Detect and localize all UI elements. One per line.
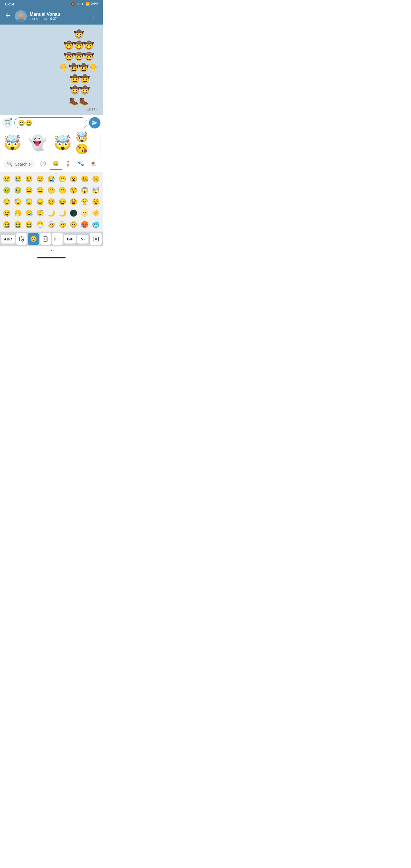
emoji-button[interactable] [2, 118, 12, 128]
text-cursor [33, 120, 33, 126]
abc-button[interactable]: ABC [1, 235, 15, 244]
emoji-disappointed[interactable]: 😞 [35, 196, 45, 208]
status-time: 16:14 [5, 2, 14, 6]
text-input[interactable]: 🤮🤮 [14, 117, 87, 128]
emoji-sweat[interactable]: 😓 [12, 196, 23, 208]
avatar [15, 10, 27, 22]
emoji-injured2[interactable]: 🤕 [57, 219, 68, 230]
emoji-worried[interactable]: 😟 [68, 219, 79, 230]
input-emoji-content: 🤮🤮 [18, 119, 32, 126]
emoji-new-moon[interactable]: 🌑 [68, 208, 79, 219]
svg-rect-3 [19, 17, 23, 19]
search-input[interactable] [15, 162, 31, 166]
svg-rect-9 [43, 237, 48, 242]
emoji-shush[interactable]: 🤫 [91, 173, 101, 185]
smiley-text-button[interactable]: :-) [77, 235, 89, 244]
swipe-indicator [0, 255, 103, 260]
contact-info: Manuel Vonau last seen at 16:07 [30, 12, 86, 21]
emoji-no-mouth[interactable]: 😶 [46, 185, 57, 196]
emoji-no-mouth2[interactable]: 😶 [57, 185, 68, 196]
svg-point-5 [6, 122, 7, 123]
emoji-vomit3[interactable]: 🤮 [23, 219, 34, 230]
search-input-wrap[interactable]: 🔍 [3, 160, 35, 168]
emoji-hot[interactable]: 🥵 [80, 219, 90, 230]
tab-people[interactable]: 🚶 [62, 158, 74, 170]
sticker-button[interactable] [40, 233, 51, 245]
emoji-nausea2[interactable]: 🤢 [12, 185, 23, 196]
contact-status: last seen at 16:07 [30, 17, 86, 21]
emoji-open-mouth[interactable]: 😮 [68, 173, 79, 185]
emoji-nausea1[interactable]: 🤢 [1, 185, 12, 196]
wifi-icon: ▲ [81, 2, 84, 6]
tab-smileys[interactable]: 😊 [50, 158, 62, 170]
emoji-confounded[interactable]: 😖 [57, 196, 68, 208]
emoji-injured[interactable]: 🤕 [46, 219, 57, 230]
emoji-drool[interactable]: 🤤 [1, 208, 12, 219]
search-icon: 🔍 [7, 161, 12, 167]
emoji-sleepy2[interactable]: 😴 [35, 208, 45, 219]
gif-sticker-button[interactable] [52, 233, 63, 245]
suggestion-item-1[interactable]: 🤯 [0, 132, 25, 154]
swipe-bar [37, 257, 66, 258]
emoji-tired[interactable]: 😫 [68, 196, 79, 208]
svg-point-11 [46, 238, 47, 239]
chat-header: Manuel Vonau last seen at 16:07 ⋮ [0, 8, 103, 25]
minus-circle-icon: ⊖ [76, 2, 80, 6]
emoji-angry[interactable]: 😤 [80, 196, 90, 208]
emoji-full-moon[interactable]: 🌝 [80, 208, 90, 219]
emoji-sleepy[interactable]: 😪 [23, 208, 34, 219]
suggestion-item-4[interactable]: 🤯😘 [75, 132, 100, 154]
emoji-sweat2[interactable]: 😓 [23, 196, 34, 208]
suggestion-item-5[interactable]: 🤯 [100, 132, 103, 154]
emoji-expressionless[interactable]: 😑 [35, 185, 45, 196]
emoji-grimace[interactable]: 😬 [57, 173, 68, 185]
emoji-scared[interactable]: 😱 [80, 185, 90, 196]
emoji-pensive[interactable]: 😔 [1, 196, 12, 208]
backspace-button[interactable] [90, 233, 102, 245]
header-menu-button[interactable]: ⋮ [89, 11, 99, 21]
send-button[interactable] [89, 117, 100, 128]
emoji-crescent[interactable]: 🌙 [46, 208, 57, 219]
keyboard-bottom: ABC 😊 GIF :-) [0, 231, 103, 246]
tab-food[interactable]: ☕ [87, 158, 99, 170]
emoji-vomit2[interactable]: 🤮 [12, 219, 23, 230]
svg-point-6 [8, 122, 8, 123]
emoji-sob[interactable]: 😭 [46, 173, 57, 185]
signal-icon: 📶 [86, 2, 90, 6]
emoji-cold[interactable]: 🥶 [91, 219, 101, 230]
emoji-sad3[interactable]: 😢 [23, 173, 34, 185]
chat-area: 🤠 🤠🤠🤠 🤠🤠🤠 👇🤠🤠👇 🤠🤠 🤠🤠 🥾🥾 16:13 ✓ [0, 25, 103, 115]
emoji-sad2[interactable]: 😢 [12, 173, 23, 185]
emoji-hand-over[interactable]: 🤭 [12, 208, 23, 219]
emoji-sad4[interactable]: 😟 [35, 173, 45, 185]
emoji-grid: 😢 😢 😢 😟 😭 😬 😮 🤐 🤫 🤢 🤢 😐 😑 😶 😶 😯 😱 🤯 😔 😓 … [0, 172, 103, 231]
battery-icon: 89% [91, 2, 98, 6]
svg-rect-4 [5, 121, 10, 125]
status-icons: 🔕 ⊖ ▲ 📶 89% [71, 2, 98, 6]
back-button[interactable] [3, 11, 12, 22]
emoji-keyboard-button[interactable]: 😊 [28, 233, 39, 245]
suggestion-item-2[interactable]: 👻 [25, 132, 50, 154]
suggestion-item-3[interactable]: 🤯 [50, 132, 75, 154]
emoji-suggestions: 🤯 👻 🤯 🤯😘 🤯 [0, 130, 103, 156]
gif-button[interactable]: GIF [64, 235, 76, 244]
input-area: 🤮🤮 [0, 115, 103, 130]
emoji-hushed[interactable]: 😯 [68, 185, 79, 196]
emoji-dot [10, 118, 12, 121]
bell-off-icon: 🔕 [71, 2, 75, 6]
tab-animals[interactable]: 🐾 [75, 158, 87, 170]
tab-recent[interactable]: 🕐 [37, 158, 49, 170]
emoji-persevere[interactable]: 😣 [46, 196, 57, 208]
emoji-vomit1[interactable]: 🤮 [1, 219, 12, 230]
status-bar: 16:14 🔕 ⊖ ▲ 📶 89% [0, 0, 103, 8]
emoji-zipper[interactable]: 🤐 [80, 173, 90, 185]
emoji-sad1[interactable]: 😢 [1, 173, 12, 185]
emoji-dizzy[interactable]: 😵 [91, 196, 101, 208]
down-arrow[interactable] [0, 246, 103, 255]
emoji-crescent2[interactable]: 🌙 [57, 208, 68, 219]
emoji-mask[interactable]: 😷 [35, 219, 45, 230]
emoji-neutral[interactable]: 😐 [23, 185, 34, 196]
clipboard-button[interactable] [16, 233, 27, 245]
emoji-exploding[interactable]: 🤯 [91, 185, 101, 196]
emoji-sun[interactable]: ☀️ [91, 208, 101, 219]
